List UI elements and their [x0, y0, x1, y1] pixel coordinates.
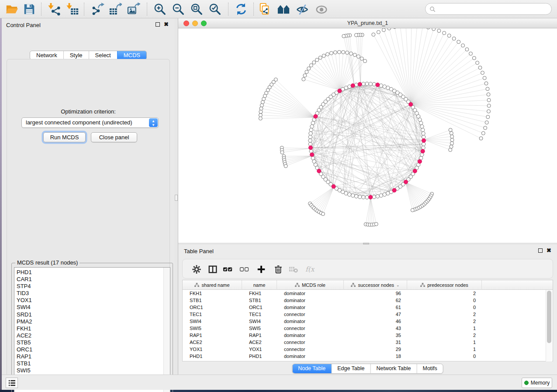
table-cell[interactable]: 0 [407, 297, 482, 304]
table-row-STB1[interactable]: STB1STB1dominator620 [183, 297, 545, 304]
save-session-button[interactable] [22, 2, 37, 17]
deselect-all-button[interactable] [239, 264, 249, 275]
tab-network[interactable]: Network [30, 51, 63, 59]
mcds-result-item[interactable]: RAP1 [14, 353, 170, 360]
search-box[interactable] [425, 3, 552, 15]
split-columns-button[interactable] [208, 264, 218, 275]
table-cell[interactable]: SWI4 [242, 318, 277, 325]
tab-network-table[interactable]: Network Table [370, 364, 417, 373]
mcds-result-item[interactable]: STB5 [14, 339, 170, 346]
table-cell[interactable]: YOX1 [242, 346, 277, 353]
tab-node-table[interactable]: Node Table [292, 364, 331, 373]
table-cell[interactable]: PHD1 [242, 353, 277, 360]
new-network-from-selection-button[interactable] [257, 2, 272, 17]
delete-row-button[interactable] [273, 264, 284, 275]
window-close-light[interactable] [183, 21, 189, 26]
network-graph[interactable] [178, 28, 557, 243]
hide-selected-button[interactable] [295, 2, 310, 17]
column-header-MCDS-role[interactable]: MCDS role [277, 280, 344, 290]
table-cell[interactable]: PHD1 [183, 353, 242, 360]
table-cell[interactable]: RAP1 [242, 332, 277, 339]
table-cell[interactable]: connector [277, 311, 344, 318]
network-window-titlebar[interactable]: YPA_prune.txt_1 [178, 18, 557, 28]
show-all-button[interactable] [314, 2, 329, 17]
run-mcds-button[interactable]: Run MCDS [43, 132, 86, 142]
table-cell[interactable]: 47 [344, 311, 407, 318]
close-panel-icon[interactable]: ✖ [164, 22, 169, 27]
table-cell[interactable]: TEC1 [183, 311, 242, 318]
table-row-PHD1[interactable]: PHD1PHD1dominator180 [183, 353, 545, 360]
table-row-ORC1[interactable]: ORC1ORC1dominator610 [183, 304, 545, 311]
table-row-RAP1[interactable]: RAP1RAP1dominator352 [183, 332, 545, 339]
vertical-splitter-handle[interactable] [175, 195, 178, 201]
import-network-button[interactable] [47, 2, 62, 17]
tab-edge-table[interactable]: Edge Table [331, 364, 370, 373]
mcds-result-item[interactable]: ACE2 [14, 332, 170, 339]
vertical-splitter[interactable] [175, 18, 178, 375]
tab-mcds[interactable]: MCDS [117, 51, 146, 59]
table-cell[interactable]: SWI5 [183, 325, 242, 332]
mcds-result-item[interactable]: CAR1 [14, 276, 170, 283]
float-panel-icon[interactable] [156, 22, 160, 27]
table-cell[interactable]: 29 [344, 346, 407, 353]
mcds-result-item[interactable]: TID3 [14, 290, 170, 297]
tab-select[interactable]: Select [89, 51, 117, 59]
table-cell[interactable]: TEC1 [242, 311, 277, 318]
table-cell[interactable]: 0 [407, 353, 482, 360]
table-cell[interactable]: dominator [277, 297, 344, 304]
table-cell[interactable]: ORC1 [242, 304, 277, 311]
table-row-YOX1[interactable]: YOX1YOX1connector291 [183, 346, 545, 353]
table-row-SWI5[interactable]: SWI5SWI5connector431 [183, 325, 545, 332]
table-cell[interactable]: STB1 [183, 297, 242, 304]
table-cell[interactable]: SWI4 [183, 318, 242, 325]
memory-button[interactable]: Memory [522, 378, 552, 388]
export-network-button[interactable] [90, 2, 105, 17]
table-cell[interactable]: SWI5 [242, 325, 277, 332]
close-panel-button[interactable]: Close panel [91, 132, 137, 142]
table-cell[interactable]: 31 [344, 339, 407, 346]
select-all-button[interactable] [222, 264, 233, 275]
table-cell[interactable]: 62 [344, 297, 407, 304]
table-cell[interactable]: ORC1 [183, 304, 242, 311]
table-cell[interactable]: 1 [407, 339, 482, 346]
column-header-successor-nodes[interactable]: successor nodes⌄ [344, 280, 407, 290]
table-cell[interactable]: 46 [344, 318, 407, 325]
table-cell[interactable]: dominator [277, 353, 344, 360]
table-row-TEC1[interactable]: TEC1TEC1connector472 [183, 311, 545, 318]
mcds-result-item[interactable]: PMA2 [14, 318, 170, 325]
mcds-result-list[interactable]: PHD1CAR1STP4TID3YOX1SWI4SRD1PMA2FKH1ACE2… [14, 267, 170, 392]
table-cell[interactable]: RAP1 [183, 332, 242, 339]
mcds-list-scrollbar[interactable] [163, 268, 170, 392]
table-cell[interactable]: 35 [344, 332, 407, 339]
table-cell[interactable]: connector [277, 325, 344, 332]
optimization-criterion-select[interactable]: largest connected component (undirected)… [21, 117, 159, 128]
table-cell[interactable]: FKH1 [183, 290, 242, 297]
zoom-fit-button[interactable] [189, 2, 204, 17]
table-cell[interactable]: YOX1 [183, 346, 242, 353]
mcds-result-item[interactable]: FKH1 [14, 325, 170, 332]
open-session-button[interactable] [4, 2, 19, 17]
tab-motifs[interactable]: Motifs [416, 364, 443, 373]
add-row-button[interactable] [256, 264, 266, 275]
column-header-shared-name[interactable]: shared name [183, 280, 242, 290]
table-cell[interactable]: 61 [344, 304, 407, 311]
mcds-result-item[interactable]: SWI5 [14, 367, 170, 374]
mcds-result-item[interactable]: YOX1 [14, 297, 170, 304]
first-neighbors-button[interactable] [276, 2, 291, 17]
mcds-result-item[interactable]: PHD1 [14, 268, 170, 276]
table-cell[interactable]: FKH1 [242, 290, 277, 297]
zoom-selected-button[interactable] [208, 2, 222, 17]
table-cell[interactable]: 2 [407, 318, 482, 325]
window-minimize-light[interactable] [192, 21, 198, 26]
table-cell[interactable]: dominator [277, 304, 344, 311]
table-cell[interactable]: 43 [344, 325, 407, 332]
table-cell[interactable]: dominator [277, 318, 344, 325]
column-header-name[interactable]: name [242, 280, 277, 290]
mcds-result-item[interactable]: SWI4 [14, 304, 170, 311]
table-row-ACE2[interactable]: ACE2ACE2connector311 [183, 339, 545, 346]
network-canvas[interactable] [178, 28, 557, 243]
mcds-result-item[interactable]: SRD1 [14, 311, 170, 318]
mcds-result-item[interactable]: STP4 [14, 283, 170, 290]
export-image-button[interactable] [126, 2, 141, 17]
table-row-SWI4[interactable]: SWI4SWI4dominator462 [183, 318, 545, 325]
